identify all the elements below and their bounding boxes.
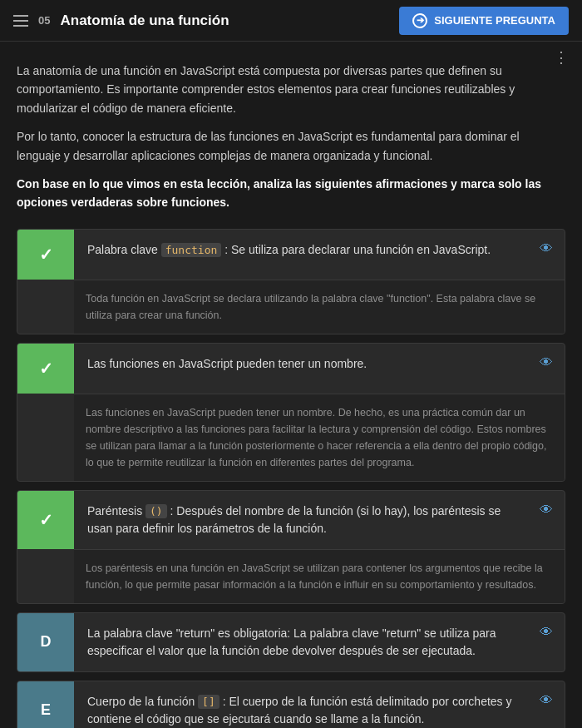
- lesson-title: Anatomía de una función: [60, 12, 229, 29]
- answer-body-e: Cuerpo de la función [] : El cuerpo de l…: [74, 681, 540, 728]
- checkmark-icon-b: ✓: [39, 359, 53, 379]
- question-highlight: Con base en lo que vimos en esta lección…: [17, 177, 541, 209]
- answer-indicator-d[interactable]: D: [17, 613, 74, 671]
- answer-explanation-a: Toda función en JavaScript se declara ut…: [74, 280, 565, 334]
- answer-explanation-c: Los paréntesis en una función en JavaScr…: [74, 549, 565, 603]
- answer-a-prefix: Palabra clave: [87, 243, 161, 256]
- eye-icon-a[interactable]: 👁: [540, 230, 565, 256]
- checkmark-icon-c: ✓: [39, 510, 53, 530]
- arrow-circle-icon: ➔: [412, 13, 427, 28]
- next-button-label: SIGUIENTE PREGUNTA: [434, 14, 555, 27]
- answer-a-suffix: : Se utiliza para declarar una función e…: [224, 243, 491, 256]
- question-text: Con base en lo que vimos en esta lección…: [17, 175, 565, 212]
- explanation-text-a: Toda función en JavaScript se declara ut…: [86, 290, 553, 324]
- answer-body-b: Las funciones en JavaScript pueden tener…: [74, 344, 540, 384]
- content-area: ⋮ La anatomía de una función en JavaScri…: [0, 42, 582, 728]
- answer-item-a: ✓ Palabra clave function : Se utiliza pa…: [17, 229, 565, 334]
- eye-icon-c[interactable]: 👁: [540, 491, 565, 518]
- header: 05 Anatomía de una función ➔ SIGUIENTE P…: [0, 0, 582, 42]
- answer-body-d: La palabra clave "return" es obligatoria…: [74, 613, 540, 671]
- answer-item-b: ✓ Las funciones en JavaScript pueden ten…: [17, 343, 565, 482]
- answer-e-code: []: [198, 695, 219, 709]
- lesson-number: 05: [38, 14, 50, 27]
- checkmark-icon-a: ✓: [39, 245, 53, 265]
- answer-a-code: function: [161, 243, 222, 257]
- answer-header-a: ✓ Palabra clave function : Se utiliza pa…: [17, 230, 565, 280]
- answer-header-b: ✓ Las funciones en JavaScript pueden ten…: [17, 344, 565, 394]
- answer-e-prefix: Cuerpo de la función: [87, 695, 198, 708]
- answer-body-a: Palabra clave function : Se utiliza para…: [74, 230, 540, 270]
- answer-title-a: Palabra clave function : Se utiliza para…: [87, 241, 528, 259]
- menu-icon[interactable]: [13, 15, 28, 27]
- answer-indicator-c[interactable]: ✓: [17, 491, 74, 549]
- answer-title-b: Las funciones en JavaScript pueden tener…: [87, 355, 528, 373]
- answer-explanation-b: Las funciones en JavaScript pueden tener…: [74, 394, 565, 481]
- eye-icon-d[interactable]: 👁: [540, 613, 565, 640]
- next-question-button[interactable]: ➔ SIGUIENTE PREGUNTA: [399, 7, 569, 35]
- letter-d: D: [41, 633, 52, 651]
- answer-c-code: (): [146, 504, 167, 518]
- answer-item-d: D La palabra clave "return" es obligator…: [17, 612, 565, 672]
- answer-title-d: La palabra clave "return" es obligatoria…: [87, 625, 528, 660]
- answer-indicator-b[interactable]: ✓: [17, 344, 74, 394]
- intro-paragraph-2: Por lo tanto, conocer la estructura de l…: [17, 127, 565, 165]
- answer-item-e: E Cuerpo de la función [] : El cuerpo de…: [17, 681, 565, 728]
- explanation-text-c: Los paréntesis en una función en JavaScr…: [86, 560, 553, 593]
- answer-header-c: ✓ Paréntesis () : Después del nombre de …: [17, 491, 565, 549]
- answer-title-e: Cuerpo de la función [] : El cuerpo de l…: [87, 693, 528, 728]
- answer-indicator-a[interactable]: ✓: [17, 230, 74, 280]
- answer-title-c: Paréntesis () : Después del nombre de la…: [87, 503, 528, 537]
- answer-indicator-e[interactable]: E: [17, 681, 74, 728]
- answer-header-d: D La palabra clave "return" es obligator…: [17, 613, 565, 671]
- explanation-text-b: Las funciones en JavaScript pueden tener…: [86, 404, 553, 471]
- header-left: 05 Anatomía de una función: [13, 12, 399, 29]
- eye-icon-e[interactable]: 👁: [540, 681, 565, 708]
- answer-header-e: E Cuerpo de la función [] : El cuerpo de…: [17, 681, 565, 728]
- intro-paragraph-1: La anatomía de una función en JavaScript…: [17, 62, 565, 117]
- answer-item-c: ✓ Paréntesis () : Después del nombre de …: [17, 490, 565, 604]
- letter-e: E: [41, 701, 51, 719]
- more-options-icon[interactable]: ⋮: [554, 48, 569, 67]
- eye-icon-b[interactable]: 👁: [540, 344, 565, 370]
- answer-body-c: Paréntesis () : Después del nombre de la…: [74, 491, 540, 549]
- answer-c-prefix: Paréntesis: [87, 504, 146, 518]
